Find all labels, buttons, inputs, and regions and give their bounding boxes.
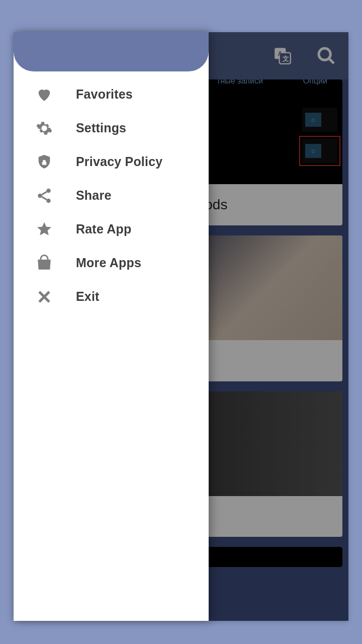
drawer-item-exit[interactable]: Exit <box>14 280 209 313</box>
drawer-item-settings[interactable]: Settings <box>14 111 209 145</box>
drawer-item-label: More Apps <box>76 256 141 270</box>
svg-point-9 <box>46 198 51 203</box>
drawer-header <box>14 32 209 71</box>
close-icon <box>36 288 53 305</box>
svg-point-8 <box>38 193 42 198</box>
drawer-item-favorites[interactable]: Favorites <box>14 77 209 111</box>
drawer-item-share[interactable]: Share <box>14 179 209 212</box>
drawer-item-label: Rate App <box>76 222 131 236</box>
star-icon <box>36 221 53 238</box>
bag-icon <box>36 255 53 272</box>
drawer-item-rate[interactable]: Rate App <box>14 212 209 246</box>
svg-point-7 <box>46 188 51 193</box>
heart-icon <box>36 86 53 103</box>
gear-icon <box>36 120 53 137</box>
navigation-drawer: Favorites Settings Privacy Policy <box>14 32 209 621</box>
share-icon <box>36 187 53 204</box>
drawer-item-label: Share <box>76 188 111 203</box>
drawer-menu: Favorites Settings Privacy Policy <box>14 71 209 313</box>
shield-lock-icon <box>36 153 53 171</box>
svg-point-6 <box>43 160 45 162</box>
drawer-item-label: Privacy Policy <box>76 154 162 169</box>
drawer-item-label: Settings <box>76 121 126 135</box>
drawer-item-label: Favorites <box>76 87 133 102</box>
drawer-item-label: Exit <box>76 289 100 304</box>
drawer-item-more-apps[interactable]: More Apps <box>14 246 209 280</box>
drawer-item-privacy[interactable]: Privacy Policy <box>14 145 209 179</box>
